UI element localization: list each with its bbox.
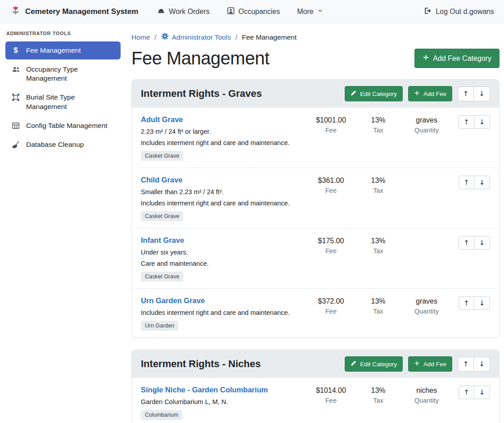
move-fee-down-button[interactable]: ↓: [474, 236, 490, 250]
fee-amount: $175.00: [307, 237, 355, 245]
main-content: Home / Administrator Tool: [126, 23, 504, 423]
logout-label: Log Out d.gowans: [436, 8, 494, 16]
add-fee-label: Add Fee: [423, 91, 446, 97]
fee-amount: $1001.00: [307, 116, 355, 124]
fee-tax: 13%: [355, 237, 402, 245]
breadcrumb-home-link[interactable]: Home: [131, 33, 150, 41]
fee-tax-cell: 13% Tax: [355, 115, 402, 134]
move-category-up-button[interactable]: ↑: [458, 86, 474, 101]
down-arrow-icon: ↓: [479, 118, 485, 126]
fee-name-link[interactable]: Infant Grave: [141, 236, 184, 245]
category-reorder-group: ↑ ↓: [458, 357, 490, 372]
pencil-icon: [351, 360, 356, 368]
move-fee-up-button[interactable]: ↑: [459, 176, 474, 189]
table-icon: [11, 122, 21, 130]
add-fee-category-button[interactable]: Add Fee Category: [414, 49, 500, 68]
nav-item-label: Occupancies: [238, 8, 280, 16]
fee-type-badge: Columbarium: [141, 410, 182, 420]
edit-category-button[interactable]: Edit Category: [345, 356, 403, 372]
sidebar-item-label: Occupancy Type Management: [26, 65, 115, 83]
breadcrumb-admin-tools-label: Administrator Tools: [172, 33, 231, 41]
fee-tax: 13%: [355, 297, 402, 305]
move-fee-down-button[interactable]: ↓: [474, 176, 490, 189]
fee-quantity-cell: [402, 236, 451, 237]
fee-type-badge: Casket Grave: [141, 211, 183, 221]
fee-quantity-cell: niches Quantity: [402, 386, 451, 404]
sidebar-item-label: Fee Management: [26, 46, 81, 55]
fee-amount-label: Fee: [307, 187, 355, 194]
down-arrow-icon: ↓: [479, 388, 485, 396]
sidebar-item-label: Database Cleanup: [26, 140, 84, 149]
sidebar-item-label: Config Table Management: [26, 121, 108, 130]
breadcrumb-admin-tools-link[interactable]: Administrator Tools: [161, 32, 231, 42]
logout-button[interactable]: Log Out d.gowans: [424, 7, 494, 17]
fee-tax-label: Tax: [355, 187, 402, 194]
fee-name-link[interactable]: Single Niche - Garden Columbarium: [141, 386, 268, 394]
fee-tax-cell: 13% Tax: [355, 236, 402, 255]
sidebar: ADMINISTRATOR TOOLS $ Fee Management Occ…: [0, 23, 126, 423]
fee-amount-cell: $1014.00 Fee: [307, 386, 355, 404]
app-brand[interactable]: Cemetery Management System: [10, 5, 138, 18]
fee-name-link[interactable]: Adult Grave: [141, 115, 183, 124]
fee-description: 2.23 m² / 24 ft² or larger.: [141, 128, 304, 135]
fee-amount-label: Fee: [307, 127, 355, 134]
move-fee-up-button[interactable]: ↑: [459, 386, 474, 399]
fee-description: Garden Columbarium L, M, N.: [141, 398, 304, 405]
broom-icon: [11, 141, 21, 149]
plus-icon: [414, 90, 420, 97]
move-fee-up-button[interactable]: ↑: [459, 115, 474, 129]
move-fee-down-button[interactable]: ↓: [474, 386, 490, 399]
fee-quantity-cell: [402, 176, 451, 177]
fee-reorder-group: ↑ ↓: [459, 236, 490, 250]
sidebar-item-burial-site-type-management[interactable]: Burial Site Type Management: [5, 88, 121, 115]
sidebar-item-occupancy-type-management[interactable]: Occupancy Type Management: [5, 60, 121, 87]
nav-item-more[interactable]: More: [297, 8, 323, 16]
fee-description: Under six years.: [141, 249, 304, 256]
fee-reorder-group: ↑ ↓: [459, 386, 490, 399]
fee-tax: 13%: [355, 387, 402, 395]
nav-item-occupancies[interactable]: Occupancies: [227, 7, 280, 17]
fee-amount-label: Fee: [307, 308, 355, 315]
up-arrow-icon: ↑: [463, 360, 469, 368]
down-arrow-icon: ↓: [479, 90, 485, 98]
up-arrow-icon: ↑: [464, 239, 469, 247]
up-arrow-icon: ↑: [464, 299, 469, 307]
move-category-up-button[interactable]: ↑: [458, 357, 474, 372]
fee-row: Single Niche - Garden Columbarium Garden…: [132, 378, 499, 423]
sidebar-item-database-cleanup[interactable]: Database Cleanup: [5, 136, 121, 154]
top-navbar: Cemetery Management System Work Orders O…: [0, 0, 504, 23]
move-category-down-button[interactable]: ↓: [474, 357, 490, 372]
sidebar-item-fee-management[interactable]: $ Fee Management: [5, 41, 121, 59]
fee-category-title: Interment Rights - Graves: [141, 88, 339, 100]
fee-tax-cell: 13% Tax: [355, 296, 402, 315]
down-arrow-icon: ↓: [479, 360, 485, 368]
dollar-icon: $: [11, 46, 21, 54]
move-fee-up-button[interactable]: ↑: [459, 236, 474, 250]
fee-tax-label: Tax: [355, 397, 402, 404]
move-fee-up-button[interactable]: ↑: [459, 296, 474, 310]
move-fee-down-button[interactable]: ↓: [474, 296, 490, 310]
add-fee-button[interactable]: Add Fee: [408, 356, 452, 372]
add-fee-button[interactable]: Add Fee: [408, 86, 452, 101]
nav-item-work-orders[interactable]: Work Orders: [157, 7, 209, 17]
fee-reorder-group: ↑ ↓: [459, 176, 490, 189]
category-reorder-group: ↑ ↓: [458, 86, 490, 101]
sidebar-item-config-table-management[interactable]: Config Table Management: [5, 117, 121, 135]
breadcrumb-separator: /: [235, 33, 237, 41]
hard-hat-icon: [157, 7, 165, 17]
fee-tax-cell: 13% Tax: [355, 176, 402, 194]
edit-category-button[interactable]: Edit Category: [345, 86, 403, 101]
fee-name-link[interactable]: Child Grave: [141, 176, 183, 184]
nav-item-label: Work Orders: [169, 8, 209, 16]
pencil-icon: [351, 90, 356, 97]
fee-tax: 13%: [355, 177, 402, 185]
fee-amount-cell: $1001.00 Fee: [307, 115, 355, 134]
move-category-down-button[interactable]: ↓: [474, 86, 490, 101]
fee-amount: $372.00: [307, 297, 355, 305]
fee-name-link[interactable]: Urn Garden Grave: [141, 296, 205, 305]
fee-description: Includes interment right and care and ma…: [141, 200, 304, 207]
move-fee-down-button[interactable]: ↓: [474, 115, 490, 129]
fee-tax-label: Tax: [355, 127, 402, 134]
fee-amount: $1014.00: [307, 387, 355, 395]
fee-amount-label: Fee: [307, 397, 355, 404]
